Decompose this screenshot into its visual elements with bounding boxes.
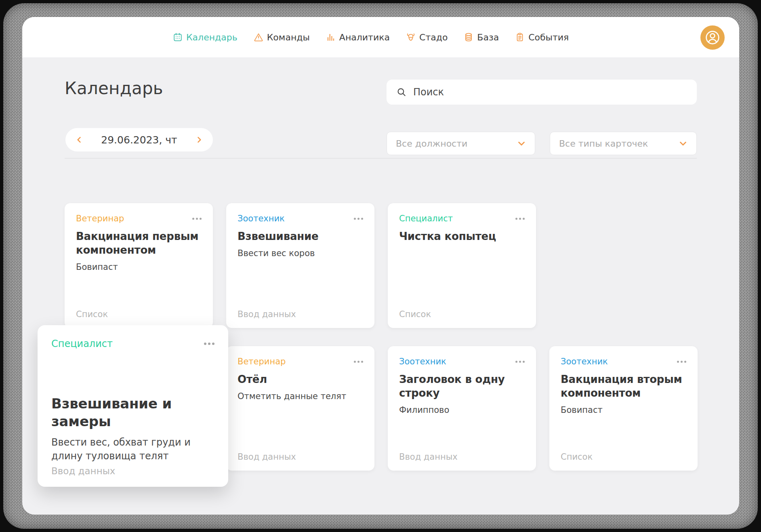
card-subtitle: Ввести вес коров (238, 248, 363, 259)
search-box (387, 80, 697, 105)
nav-label: Календарь (186, 32, 238, 42)
search-input[interactable] (413, 86, 687, 98)
nav-label: Стадо (419, 32, 448, 42)
card-type-label: Ввод данных (399, 452, 458, 462)
card-menu-button[interactable] (192, 216, 202, 221)
card-type-label: Ввод данных (51, 466, 115, 476)
task-card-weighing[interactable]: Зоотехник Взвешивание Ввести вес коров В… (226, 203, 374, 328)
card-menu-button[interactable] (515, 216, 525, 221)
card-subtitle: Отметить данные телят (238, 391, 363, 402)
nav-item-events[interactable]: События (515, 32, 569, 42)
card-title: Чистка копытец (399, 230, 525, 244)
nav-label: События (528, 32, 569, 42)
nav-label: Команды (267, 32, 310, 42)
card-type-label: Список (76, 309, 108, 319)
role-badge: Зоотехник (561, 357, 608, 366)
card-title: Заголовок в одну строку (399, 373, 525, 400)
card-menu-button[interactable] (515, 359, 525, 364)
nav-label: База (477, 32, 499, 42)
top-navbar: Календарь Команды (22, 17, 739, 57)
card-title: Взвешивание и замеры (51, 395, 214, 430)
task-card-one-line-title[interactable]: Зоотехник Заголовок в одну строку Филипп… (388, 346, 536, 471)
role-badge: Специалист (51, 338, 113, 349)
card-title: Взвешивание (238, 230, 363, 244)
nav-item-database[interactable]: База (464, 32, 499, 42)
positions-filter-select[interactable]: Все должности (387, 132, 535, 155)
card-menu-button[interactable] (354, 216, 363, 221)
role-badge: Зоотехник (399, 357, 446, 366)
clipboard-icon (515, 32, 525, 42)
app-window: Календарь Команды (22, 17, 739, 515)
nav-item-analytics[interactable]: Аналитика (326, 32, 390, 42)
nav-item-teams[interactable]: Команды (254, 32, 310, 42)
role-badge: Ветеринар (76, 214, 124, 223)
task-card-calving[interactable]: Ветеринар Отёл Отметить данные телят Вво… (226, 346, 374, 471)
profile-button[interactable] (700, 25, 725, 50)
bar-chart-icon (326, 32, 336, 42)
card-type-label: Список (561, 452, 593, 462)
cow-icon (406, 32, 416, 42)
calendar-icon (173, 32, 183, 42)
page-title: Календарь (65, 78, 163, 98)
task-card-hoof-cleaning[interactable]: Специалист Чистка копытец Список (388, 203, 536, 328)
nav-item-herd[interactable]: Стадо (406, 32, 448, 42)
task-card-weighing-and-measures-dragged[interactable]: Специалист Взвешивание и замеры Ввести в… (38, 325, 228, 487)
nav-label: Аналитика (339, 32, 390, 42)
role-badge: Ветеринар (238, 357, 286, 366)
card-title: Вакцинация первым компонентом (76, 230, 202, 257)
card-type-label: Ввод данных (238, 309, 296, 319)
card-type-label: Список (399, 309, 431, 319)
prev-day-button[interactable] (74, 135, 84, 145)
card-subtitle: Филиппово (399, 404, 525, 416)
card-title: Вакцинация вторым компонентом (561, 373, 686, 400)
nav-item-calendar[interactable]: Календарь (173, 32, 238, 42)
card-subtitle: Бовипаст (561, 404, 686, 416)
date-picker: 29.06.2023, чт (65, 128, 213, 151)
user-icon (704, 29, 721, 46)
toolbar-divider (65, 158, 697, 159)
card-menu-button[interactable] (354, 359, 363, 364)
main-nav: Календарь Команды (173, 17, 569, 57)
card-type-label: Ввод данных (238, 452, 296, 462)
card-menu-button[interactable] (677, 359, 686, 364)
card-subtitle: Бовипаст (76, 261, 202, 273)
card-menu-button[interactable] (204, 341, 214, 347)
chevron-down-icon (678, 138, 688, 149)
database-icon (464, 32, 473, 42)
alert-triangle-icon (254, 32, 263, 42)
next-day-button[interactable] (194, 135, 204, 145)
card-subtitle: Ввести вес, обхват груди и длину туловищ… (51, 436, 214, 463)
search-icon (396, 87, 407, 97)
current-date: 29.06.2023, чт (101, 134, 177, 146)
card-types-filter-value: Все типы карточек (559, 139, 648, 149)
chevron-down-icon (516, 138, 527, 149)
positions-filter-value: Все должности (396, 139, 467, 149)
task-card-vaccination-second[interactable]: Зоотехник Вакцинация вторым компонентом … (549, 346, 698, 471)
role-badge: Зоотехник (238, 214, 285, 223)
card-types-filter-select[interactable]: Все типы карточек (550, 132, 697, 155)
card-title: Отёл (238, 373, 363, 387)
task-card-vaccination-first[interactable]: Ветеринар Вакцинация первым компонентом … (65, 203, 213, 328)
role-badge: Специалист (399, 214, 453, 223)
